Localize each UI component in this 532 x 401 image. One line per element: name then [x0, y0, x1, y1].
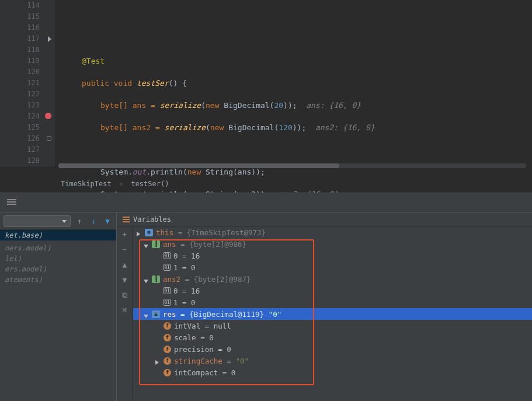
object-icon: ≡	[145, 229, 153, 236]
expand-icon[interactable]	[155, 358, 161, 364]
var-node-ans[interactable]: ⁞ans = {byte[2]@986}	[133, 238, 532, 250]
line-number[interactable]: 122	[0, 89, 40, 100]
layout-icon[interactable]	[7, 199, 16, 205]
collapse-icon[interactable]	[144, 311, 149, 317]
filter-frames-button[interactable]: ▼	[102, 216, 113, 226]
prev-frame-button[interactable]: ↑	[74, 216, 85, 226]
frame-row[interactable]: ket.base)	[0, 230, 116, 240]
evaluate-button[interactable]: ⌘	[120, 306, 130, 315]
array-icon: ⁞	[152, 276, 160, 283]
var-node-intcompact[interactable]: fintCompact = 0	[133, 367, 532, 378]
breadcrumb-method[interactable]: testSer()	[131, 180, 169, 188]
line-number[interactable]: 115	[0, 11, 40, 22]
var-node-this[interactable]: ≡this = {TimeSkipTest@973}	[133, 226, 532, 238]
annotation: @Test	[82, 57, 105, 65]
up-button[interactable]: ▲	[120, 260, 130, 270]
frames-panel: ↑ ↓ ▼ ket.base) ners.model) lel) ers.mod…	[0, 212, 117, 401]
variables-panel: Variables + − ▲ ▼ ⧉ ⌘ ≡this = {TimeSkipT…	[117, 212, 532, 401]
frame-row[interactable]: ers.model)	[0, 264, 116, 274]
line-number[interactable]: 126	[0, 133, 40, 144]
line-number[interactable]: 120	[0, 67, 40, 78]
index-icon: 01	[164, 287, 171, 294]
line-number[interactable]: 127	[0, 144, 40, 155]
field-icon: f	[164, 369, 171, 376]
var-node-intval[interactable]: fintVal = null	[133, 320, 532, 332]
line-number[interactable]: 125	[0, 122, 40, 133]
var-node-ans2-1[interactable]: 011 = 0	[133, 297, 532, 308]
panel-divider[interactable]	[0, 193, 532, 212]
line-number[interactable]: 128	[0, 155, 40, 166]
array-icon: ⁞	[152, 240, 160, 248]
frame-row[interactable]: ners.model)	[0, 243, 116, 253]
collapse-icon[interactable]	[144, 276, 149, 282]
line-number[interactable]: 121	[0, 78, 40, 89]
variables-header: Variables	[117, 212, 532, 226]
run-arrow-icon[interactable]	[48, 36, 51, 42]
frame-row[interactable]: lel)	[0, 253, 116, 264]
horizontal-scrollbar[interactable]	[58, 163, 526, 168]
fold-icon[interactable]	[47, 136, 51, 141]
variables-icon	[123, 217, 130, 222]
breakpoint-icon[interactable]	[45, 113, 51, 119]
thread-selector[interactable]	[4, 215, 71, 227]
var-node-stringcache[interactable]: fstringCache = "0"	[133, 355, 532, 367]
remove-watch-button[interactable]: −	[120, 245, 130, 254]
field-icon: f	[164, 357, 171, 365]
var-node-ans2[interactable]: ⁞ans2 = {byte[2]@987}	[133, 273, 532, 285]
line-number[interactable]: 116	[0, 22, 40, 33]
line-number[interactable]: 123	[0, 100, 40, 111]
frame-row[interactable]	[0, 285, 116, 287]
line-number[interactable]: 117	[0, 33, 40, 44]
debug-area: ↑ ↓ ▼ ket.base) ners.model) lel) ers.mod…	[0, 212, 532, 401]
field-icon: f	[164, 346, 171, 353]
index-icon: 01	[164, 252, 171, 259]
variables-tree[interactable]: ≡this = {TimeSkipTest@973} ⁞ans = {byte[…	[133, 226, 532, 378]
scrollbar-thumb[interactable]	[58, 163, 339, 168]
field-icon: f	[164, 334, 171, 341]
var-node-ans2-0[interactable]: 010 = 16	[133, 285, 532, 297]
breadcrumb-class[interactable]: TimeSkipTest	[61, 180, 112, 188]
var-node-precision[interactable]: fprecision = 0	[133, 343, 532, 355]
line-number[interactable]: 114	[0, 0, 40, 11]
var-node-scale[interactable]: fscale = 0	[133, 332, 532, 343]
add-watch-button[interactable]: +	[120, 230, 130, 239]
breadcrumb-separator: ›	[119, 180, 123, 188]
var-node-ans-0[interactable]: 010 = 16	[133, 250, 532, 261]
collapse-icon[interactable]	[144, 241, 149, 247]
next-frame-button[interactable]: ↓	[88, 216, 99, 226]
gutter[interactable]: 114 115 116 117 118 119 120 121 122 123 …	[0, 0, 55, 166]
var-node-ans-1[interactable]: 011 = 0	[133, 261, 532, 273]
breadcrumb[interactable]: TimeSkipTest › testSer()	[61, 180, 169, 188]
frames-toolbar: ↑ ↓ ▼	[0, 212, 116, 230]
index-icon: 01	[164, 264, 171, 271]
expand-icon[interactable]	[137, 229, 142, 235]
object-icon: ≡	[152, 311, 160, 318]
variables-title: Variables	[133, 215, 171, 224]
index-icon: 01	[164, 299, 171, 306]
field-icon: f	[164, 322, 171, 330]
line-number[interactable]: 124	[0, 111, 40, 122]
frame-row[interactable]: atements)	[0, 274, 116, 285]
variables-toolbar: + − ▲ ▼ ⧉ ⌘	[117, 226, 133, 401]
down-button[interactable]: ▼	[120, 276, 130, 285]
editor-area: 114 115 116 117 118 119 120 121 122 123 …	[0, 0, 532, 175]
line-number[interactable]: 119	[0, 55, 40, 67]
var-node-res[interactable]: ≡res = {BigDecimal@1119} "0"	[133, 308, 532, 320]
copy-button[interactable]: ⧉	[120, 291, 130, 300]
line-number[interactable]: 118	[0, 44, 40, 55]
